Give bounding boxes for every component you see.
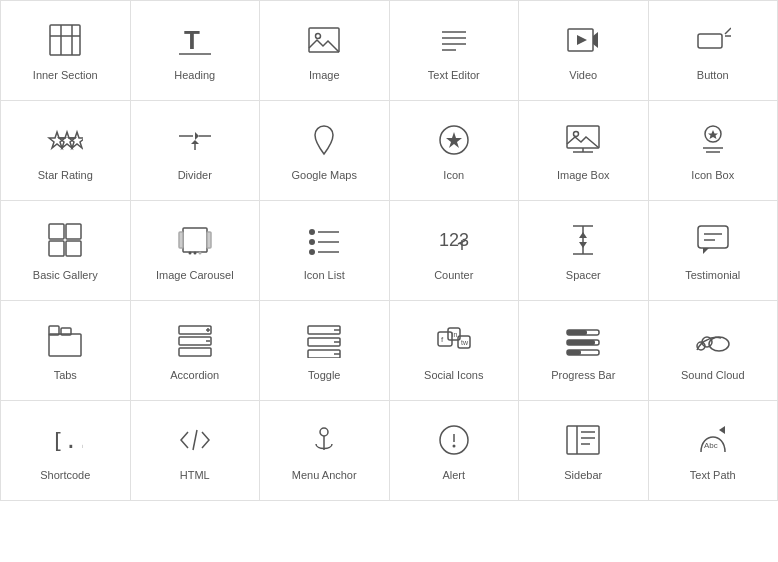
widget-label-tabs: Tabs xyxy=(54,368,77,382)
svg-point-101 xyxy=(452,445,455,448)
widget-label-sidebar: Sidebar xyxy=(564,468,602,482)
widget-label-basic-gallery: Basic Gallery xyxy=(33,268,98,282)
basic-gallery-icon xyxy=(45,220,85,260)
icon-icon xyxy=(434,120,474,160)
widget-label-toggle: Toggle xyxy=(308,368,340,382)
image-icon xyxy=(304,20,344,60)
svg-point-47 xyxy=(309,229,315,235)
widget-item-sidebar[interactable]: Sidebar xyxy=(519,401,649,501)
svg-marker-64 xyxy=(703,248,709,254)
widget-item-icon-list[interactable]: Icon List xyxy=(260,201,390,301)
widget-label-progress-bar: Progress Bar xyxy=(551,368,615,382)
widget-label-google-maps: Google Maps xyxy=(292,168,357,182)
widget-item-social-icons[interactable]: fintwSocial Icons xyxy=(390,301,520,401)
widget-item-google-maps[interactable]: Google Maps xyxy=(260,101,390,201)
widget-label-menu-anchor: Menu Anchor xyxy=(292,468,357,482)
image-carousel-icon xyxy=(175,220,215,260)
svg-line-16 xyxy=(725,28,731,34)
spacer-icon xyxy=(563,220,603,260)
divider-icon xyxy=(175,120,215,160)
svg-rect-41 xyxy=(183,228,207,252)
widget-label-heading: Heading xyxy=(174,68,215,82)
svg-marker-28 xyxy=(446,132,462,148)
widget-item-heading[interactable]: THeading xyxy=(131,1,261,101)
widget-item-tabs[interactable]: Tabs xyxy=(1,301,131,401)
testimonial-icon xyxy=(693,220,733,260)
widget-item-divider[interactable]: Divider xyxy=(131,101,261,201)
widget-item-shortcode[interactable]: [...]Shortcode xyxy=(1,401,131,501)
widget-item-spacer[interactable]: Spacer xyxy=(519,201,649,301)
widget-item-counter[interactable]: 123Counter xyxy=(390,201,520,301)
progress-bar-icon xyxy=(563,320,603,360)
widget-item-html[interactable]: HTML xyxy=(131,401,261,501)
svg-rect-89 xyxy=(567,340,595,345)
shortcode-icon: [...] xyxy=(45,420,85,460)
widget-label-video: Video xyxy=(569,68,597,82)
widget-item-sound-cloud[interactable]: Sound Cloud xyxy=(649,301,779,401)
widget-grid: Inner SectionTHeadingImageText EditorVid… xyxy=(0,0,778,501)
heading-icon: T xyxy=(175,20,215,60)
widget-item-menu-anchor[interactable]: Menu Anchor xyxy=(260,401,390,501)
widget-item-basic-gallery[interactable]: Basic Gallery xyxy=(1,201,131,301)
svg-rect-39 xyxy=(49,241,64,256)
svg-point-51 xyxy=(309,249,315,255)
button-icon xyxy=(693,20,733,60)
widget-label-image-carousel: Image Carousel xyxy=(156,268,234,282)
widget-item-star-rating[interactable]: Star Rating xyxy=(1,101,131,201)
widget-item-icon[interactable]: Icon xyxy=(390,101,520,201)
widget-label-icon-list: Icon List xyxy=(304,268,345,282)
svg-rect-15 xyxy=(698,34,722,48)
widget-item-button[interactable]: Button xyxy=(649,1,779,101)
widget-item-alert[interactable]: Alert xyxy=(390,401,520,501)
widget-label-text-editor: Text Editor xyxy=(428,68,480,82)
widget-label-button: Button xyxy=(697,68,729,82)
widget-item-text-editor[interactable]: Text Editor xyxy=(390,1,520,101)
icon-box-icon xyxy=(693,120,733,160)
svg-text:tw: tw xyxy=(461,339,469,346)
widget-label-text-path: Text Path xyxy=(690,468,736,482)
widget-label-testimonial: Testimonial xyxy=(685,268,740,282)
widget-item-text-path[interactable]: AbcText Path xyxy=(649,401,779,501)
widget-label-alert: Alert xyxy=(442,468,465,482)
svg-marker-59 xyxy=(579,232,587,238)
widget-item-image-carousel[interactable]: Image Carousel xyxy=(131,201,261,301)
svg-line-96 xyxy=(193,430,197,450)
widget-item-testimonial[interactable]: Testimonial xyxy=(649,201,779,301)
widget-label-star-rating: Star Rating xyxy=(38,168,93,182)
toggle-icon xyxy=(304,320,344,360)
svg-point-30 xyxy=(574,132,579,137)
widget-item-image[interactable]: Image xyxy=(260,1,390,101)
text-path-icon: Abc xyxy=(693,420,733,460)
widget-item-video[interactable]: Video xyxy=(519,1,649,101)
svg-text:Abc: Abc xyxy=(704,441,718,450)
svg-text:in: in xyxy=(452,331,458,338)
svg-point-7 xyxy=(316,34,321,39)
html-icon xyxy=(175,420,215,460)
widget-label-shortcode: Shortcode xyxy=(40,468,90,482)
widget-item-toggle[interactable]: Toggle xyxy=(260,301,390,401)
svg-point-45 xyxy=(193,252,196,255)
widget-item-accordion[interactable]: Accordion xyxy=(131,301,261,401)
svg-rect-43 xyxy=(207,232,211,248)
widget-label-social-icons: Social Icons xyxy=(424,368,483,382)
widget-label-icon-box: Icon Box xyxy=(691,168,734,182)
widget-item-icon-box[interactable]: Icon Box xyxy=(649,101,779,201)
svg-rect-65 xyxy=(49,334,81,356)
widget-item-image-box[interactable]: Image Box xyxy=(519,101,649,201)
widget-label-image: Image xyxy=(309,68,340,82)
widget-label-counter: Counter xyxy=(434,268,473,282)
svg-point-49 xyxy=(309,239,315,245)
widget-label-icon: Icon xyxy=(443,168,464,182)
widget-item-progress-bar[interactable]: Progress Bar xyxy=(519,301,649,401)
svg-point-97 xyxy=(320,428,328,436)
svg-text:[...]: [...] xyxy=(51,428,83,453)
icon-list-icon xyxy=(304,220,344,260)
svg-point-44 xyxy=(188,252,191,255)
social-icons-icon: fintw xyxy=(434,320,474,360)
svg-rect-40 xyxy=(66,241,81,256)
svg-rect-37 xyxy=(49,224,64,239)
widget-item-inner-section[interactable]: Inner Section xyxy=(1,1,131,101)
svg-marker-107 xyxy=(719,426,725,434)
svg-marker-60 xyxy=(579,242,587,248)
video-icon xyxy=(563,20,603,60)
